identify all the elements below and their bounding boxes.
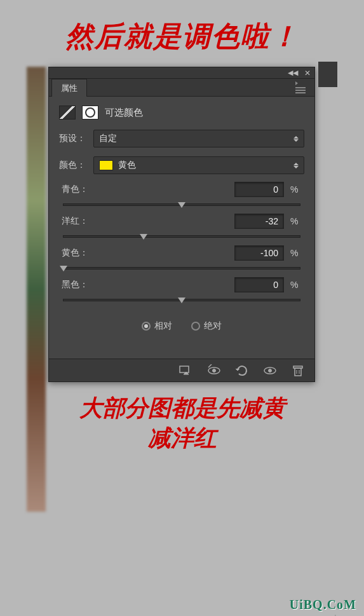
slider-label: 黄色： bbox=[62, 247, 88, 259]
bottom-caption-line2: 减洋红 bbox=[0, 423, 364, 453]
radio-absolute-label: 绝对 bbox=[204, 320, 222, 332]
properties-panel: ◀◀ ✕ 属性 可选颜色 预设： 自定 颜色： bbox=[48, 67, 315, 382]
radio-relative-label: 相对 bbox=[154, 320, 172, 332]
slider-value-input[interactable]: 0 bbox=[234, 277, 284, 292]
slider-track[interactable] bbox=[63, 299, 300, 301]
svg-rect-6 bbox=[293, 366, 302, 368]
panel-menu-icon[interactable] bbox=[295, 81, 311, 93]
slider-track[interactable] bbox=[63, 235, 300, 238]
slider-track[interactable] bbox=[63, 203, 300, 206]
percent-label: % bbox=[290, 280, 302, 290]
slider-0: 青色：0% bbox=[55, 181, 308, 212]
bottom-caption-line1: 大部分图都是先减黄 bbox=[0, 394, 364, 423]
tab-properties[interactable]: 属性 bbox=[51, 79, 87, 97]
collapse-icon[interactable]: ◀◀ bbox=[288, 69, 298, 77]
preset-value: 自定 bbox=[99, 133, 117, 144]
clip-to-layer-icon[interactable] bbox=[179, 364, 194, 377]
slider-1: 洋红：-32% bbox=[55, 212, 308, 244]
watermark: UiBQ.CoM bbox=[290, 598, 356, 612]
bottom-caption: 大部分图都是先减黄 减洋红 bbox=[0, 394, 364, 453]
slider-value-input[interactable]: -32 bbox=[234, 214, 284, 229]
slider-thumb-icon[interactable] bbox=[140, 234, 147, 240]
dropdown-arrows-icon bbox=[293, 136, 299, 142]
percent-label: % bbox=[290, 248, 302, 258]
top-caption: 然后就是调色啦！ bbox=[0, 0, 364, 67]
radio-absolute[interactable]: 绝对 bbox=[191, 320, 222, 332]
color-swatch bbox=[99, 160, 113, 170]
dropdown-arrows-icon bbox=[293, 163, 299, 168]
panel-titlebar: ◀◀ ✕ bbox=[49, 67, 314, 79]
color-row: 颜色： 黄色 bbox=[55, 154, 308, 181]
layer-mask-icon[interactable] bbox=[82, 106, 98, 120]
close-icon[interactable]: ✕ bbox=[304, 69, 311, 78]
radio-on-icon bbox=[142, 322, 151, 331]
radio-off-icon bbox=[191, 322, 200, 331]
slider-label: 青色： bbox=[62, 184, 88, 195]
preset-label: 预设： bbox=[59, 133, 93, 144]
slider-label: 洋红： bbox=[62, 216, 88, 227]
color-value: 黄色 bbox=[118, 160, 136, 171]
preset-select[interactable]: 自定 bbox=[93, 130, 304, 147]
radio-relative[interactable]: 相对 bbox=[142, 320, 172, 332]
slider-label: 黑色： bbox=[62, 279, 88, 291]
svg-rect-5 bbox=[295, 368, 301, 376]
sliders-area: 青色：0%洋红：-32%黄色：-100%黑色：0% bbox=[55, 181, 308, 308]
visibility-icon[interactable] bbox=[262, 364, 278, 377]
slider-value-input[interactable]: -100 bbox=[234, 245, 284, 261]
slider-3: 黑色：0% bbox=[55, 276, 308, 308]
adjustment-header: 可选颜色 bbox=[55, 103, 308, 127]
preset-row: 预设： 自定 bbox=[55, 127, 308, 154]
slider-thumb-icon[interactable] bbox=[178, 298, 185, 303]
percent-label: % bbox=[290, 184, 302, 195]
panel-body: 可选颜色 预设： 自定 颜色： 黄色 青色：0%洋 bbox=[49, 97, 314, 359]
svg-point-4 bbox=[269, 369, 272, 372]
slider-track[interactable] bbox=[63, 267, 300, 270]
reset-icon[interactable] bbox=[234, 364, 250, 377]
svg-rect-0 bbox=[180, 366, 189, 373]
slider-thumb-icon[interactable] bbox=[60, 266, 67, 271]
selective-color-icon[interactable] bbox=[59, 106, 76, 120]
percent-label: % bbox=[290, 216, 302, 226]
background-image-strip bbox=[27, 67, 46, 512]
panel-footer bbox=[49, 359, 314, 381]
color-select[interactable]: 黄色 bbox=[93, 156, 304, 174]
screenshot-area: ◀◀ ✕ 属性 可选颜色 预设： 自定 颜色： bbox=[27, 67, 337, 382]
panel-background-strip bbox=[318, 62, 337, 87]
adjustment-title: 可选颜色 bbox=[105, 107, 143, 119]
svg-point-2 bbox=[213, 369, 216, 372]
slider-2: 黄色：-100% bbox=[55, 244, 308, 276]
view-previous-icon[interactable] bbox=[206, 364, 222, 377]
color-label: 颜色： bbox=[59, 160, 93, 171]
slider-value-input[interactable]: 0 bbox=[234, 182, 284, 197]
trash-icon[interactable] bbox=[290, 364, 306, 377]
panel-tab-row: 属性 bbox=[49, 79, 314, 97]
slider-thumb-icon[interactable] bbox=[178, 202, 185, 208]
method-radio-row: 相对 绝对 bbox=[55, 308, 308, 348]
